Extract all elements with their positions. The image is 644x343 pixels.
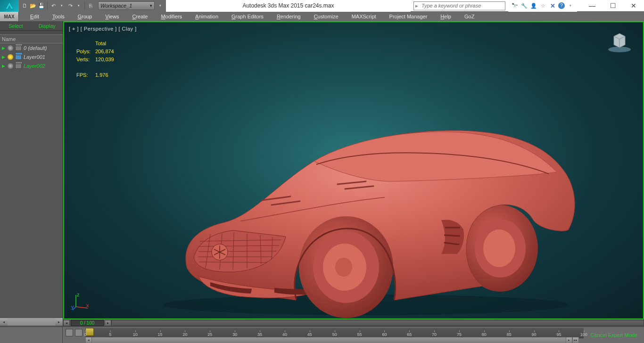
stat-polys-value: 206,874 — [93, 48, 116, 55]
app-logo[interactable] — [0, 0, 19, 12]
timeline-scroll-track[interactable] — [92, 337, 566, 343]
stat-verts-label: Verts: — [74, 56, 92, 63]
viewport-stats: Total Polys:206,874 Verts:120,039 FPS:1.… — [74, 39, 117, 80]
timeline-tick: 45 — [307, 332, 312, 337]
binoculars-icon[interactable]: 🔭 — [511, 2, 519, 9]
panel-scroll-track[interactable] — [8, 318, 55, 326]
menu-tools[interactable]: Tools — [46, 14, 71, 19]
search-caret-icon: ▸ — [414, 3, 420, 9]
axis-gizmo: z x y — [71, 293, 90, 311]
menu-views[interactable]: Views — [99, 14, 125, 19]
cancel-expert-mode-link[interactable]: Cancel Expert Mode — [584, 327, 644, 343]
timeline-tick: 85 — [507, 332, 512, 337]
timeline-tick: 95 — [556, 332, 561, 337]
xray-icon[interactable]: ✕ — [549, 2, 556, 9]
layer-expand-icon[interactable]: ▶ — [2, 55, 6, 59]
maximize-button[interactable]: ☐ — [603, 0, 623, 12]
svg-line-12 — [444, 235, 460, 236]
timeline-frame-display[interactable]: 0 / 100 — [71, 320, 104, 326]
menu-create[interactable]: Create — [125, 14, 154, 19]
menu-rendering[interactable]: Rendering — [270, 14, 307, 19]
star-icon[interactable]: ☆ — [539, 2, 547, 9]
close-button[interactable]: ✕ — [623, 0, 644, 12]
bulb-icon[interactable] — [8, 45, 13, 51]
stat-verts-value: 120,039 — [93, 56, 116, 63]
workspace-more-icon[interactable]: ▾ — [157, 2, 164, 9]
timeline-tick: 40 — [282, 332, 287, 337]
help-dd-icon[interactable]: ▾ — [567, 2, 574, 9]
viewport[interactable]: [ + ] [ Perspective ] [ Clay ] Total Pol… — [63, 21, 644, 319]
timeline-tick: 75 — [457, 332, 462, 337]
timeline-tick: 15 — [158, 332, 163, 337]
layer-item[interactable]: ▶Layer002 — [0, 61, 63, 70]
bulb-icon[interactable] — [8, 54, 13, 60]
layer-item[interactable]: ▶0 (default) — [0, 43, 63, 52]
stat-total-header: Total — [93, 40, 116, 47]
timeline-keymode-icon[interactable] — [75, 329, 83, 336]
timeline-config-icon[interactable] — [66, 329, 73, 336]
stat-fps-label: FPS: — [74, 72, 92, 79]
qat-redo-icon[interactable]: ↷ — [66, 2, 74, 9]
menu-group[interactable]: Group — [71, 14, 99, 19]
layer-expand-icon[interactable]: ▶ — [2, 64, 6, 68]
layer-expand-icon[interactable]: ▶ — [2, 46, 6, 50]
layer-column-header[interactable]: Name — [0, 35, 63, 43]
timeline-tick: 10 — [133, 332, 138, 337]
qat-new-icon[interactable]: 🗋 — [21, 2, 28, 9]
timeline-tick: 90 — [532, 332, 537, 337]
timeline-tick: 0 — [84, 332, 86, 337]
help-search[interactable]: ▸ — [413, 1, 505, 10]
qat-undo-icon[interactable]: ↶ — [50, 2, 57, 9]
timeline-scroll-left[interactable]: ◂ — [85, 337, 92, 343]
tab-select[interactable]: Select — [0, 21, 32, 30]
menu-animation[interactable]: Animation — [189, 14, 225, 19]
timeline-scroll-end[interactable]: ▸▸ — [572, 337, 579, 343]
timeline-tick: 80 — [482, 332, 487, 337]
menu-graph-editors[interactable]: Graph Editors — [225, 14, 270, 19]
svg-text:y: y — [71, 304, 74, 310]
qat-undo-dd-icon[interactable]: ▾ — [58, 2, 66, 9]
model-car[interactable] — [130, 79, 587, 319]
menu-help[interactable]: Help — [434, 14, 458, 19]
panel-scroll-right[interactable]: ▸ — [55, 318, 63, 326]
max-app-button[interactable]: MAX — [0, 12, 19, 21]
layer-icon — [15, 45, 22, 51]
qat-link-icon[interactable]: ⎘ — [87, 2, 94, 9]
menu-edit[interactable]: Edit — [24, 14, 46, 19]
svg-point-10 — [483, 229, 515, 267]
minimize-button[interactable]: — — [582, 0, 603, 12]
timeline-tick: 20 — [182, 332, 187, 337]
stat-polys-label: Polys: — [74, 48, 92, 55]
timeline-tick: 70 — [432, 332, 437, 337]
workspace-label: Workspace_1 — [100, 3, 132, 8]
timeline-tick: 35 — [257, 332, 262, 337]
timeline-prev-button[interactable]: ◂ — [63, 320, 70, 326]
menu-project-manager[interactable]: Project Manager — [383, 14, 434, 19]
viewport-label[interactable]: [ + ] [ Perspective ] [ Clay ] — [69, 26, 137, 32]
timeline-tick: 65 — [407, 332, 412, 337]
qat-redo-dd-icon[interactable]: ▾ — [75, 2, 83, 9]
svg-text:z: z — [77, 293, 80, 297]
menu-goz[interactable]: GoZ — [458, 14, 481, 19]
timeline-next-button[interactable]: ▸ — [105, 320, 111, 326]
panel-scroll-left[interactable]: ◂ — [0, 318, 8, 326]
person-icon[interactable]: 👤 — [530, 2, 537, 9]
menu-customize[interactable]: Customize — [307, 14, 345, 19]
menu-maxscript[interactable]: MAXScript — [345, 14, 383, 19]
layer-item[interactable]: ▶Layer001 — [0, 52, 63, 61]
help-icon[interactable]: ? — [558, 2, 565, 9]
panel-collapse-handle[interactable] — [0, 31, 63, 35]
layer-icon — [15, 63, 22, 69]
viewcube[interactable] — [605, 27, 634, 55]
tab-display[interactable]: Display — [32, 21, 63, 30]
search-input[interactable] — [420, 3, 505, 8]
workspace-dropdown[interactable]: Workspace_1 — [98, 1, 155, 10]
menu-modifiers[interactable]: Modifiers — [154, 14, 189, 19]
layer-icon — [15, 54, 22, 60]
timeline-scroll-right[interactable]: ▸ — [566, 337, 572, 343]
bulb-icon[interactable] — [8, 63, 13, 69]
key-icon[interactable]: 🔧 — [520, 2, 528, 9]
timeline-mini-track[interactable] — [111, 320, 644, 326]
qat-save-icon[interactable]: 💾 — [38, 2, 45, 9]
qat-open-icon[interactable]: 📂 — [29, 2, 37, 9]
